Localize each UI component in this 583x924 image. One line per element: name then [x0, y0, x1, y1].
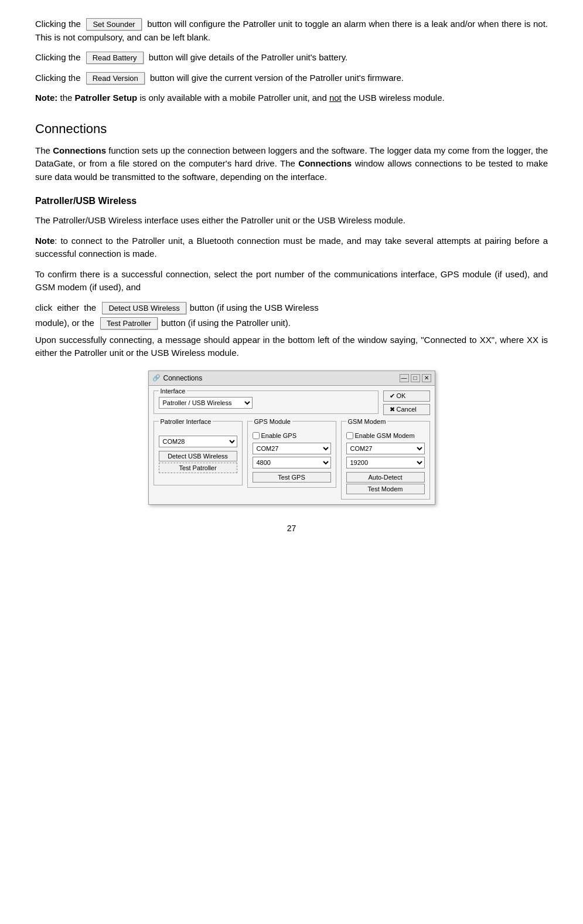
- patroller-setup-bold: Patroller Setup: [75, 93, 138, 103]
- gps-module-label: GPS Module: [253, 417, 292, 427]
- test-gps-button[interactable]: Test GPS: [253, 472, 331, 483]
- set-sounder-paragraph: Clicking the Set Sounder button will con…: [35, 18, 548, 44]
- enable-gps-checkbox[interactable]: [253, 432, 260, 439]
- test-modem-button[interactable]: Test Modem: [346, 484, 425, 494]
- ok-cancel-column: ✔ OK ✖ Cancel: [383, 390, 430, 415]
- read-battery-paragraph: Clicking the Read Battery button will gi…: [35, 51, 548, 64]
- enable-gsm-label: Enable GSM Modem: [355, 431, 415, 441]
- patroller-interface-group: Patroller Interface COM28 Detect USB Wir…: [154, 421, 243, 500]
- read-version-text-after: button will give the current version of …: [150, 73, 404, 83]
- not-text: not: [329, 93, 342, 103]
- connections-bold-1: Connections: [53, 145, 106, 155]
- dialog-titlebar-controls[interactable]: — □ ✕: [400, 374, 431, 382]
- patroller-interface-label: Patroller Interface: [159, 417, 213, 427]
- connections-title: Connections: [35, 119, 548, 138]
- read-version-paragraph: Clicking the Read Version button will gi…: [35, 72, 548, 85]
- dialog-titlebar-left: 🔗 Connections: [152, 373, 203, 383]
- enable-gps-label: Enable GPS: [261, 431, 297, 441]
- read-version-button[interactable]: Read Version: [86, 72, 145, 84]
- test-patroller-button[interactable]: Test Patroller: [100, 317, 158, 329]
- dialog-titlebar: 🔗 Connections — □ ✕: [149, 371, 435, 386]
- detect-usb-wireless-button[interactable]: Detect USB Wireless: [102, 302, 186, 314]
- connections-dialog-wrapper: 🔗 Connections — □ ✕ Interface Patroller …: [35, 371, 548, 505]
- test-patroller-line: module), or the Test Patroller button (i…: [35, 317, 548, 330]
- upon-successfully-paragraph: Upon successfully connecting, a message …: [35, 334, 548, 360]
- gsm-baud-select[interactable]: 19200: [346, 457, 425, 468]
- minimize-button[interactable]: —: [400, 374, 409, 382]
- read-battery-button[interactable]: Read Battery: [86, 52, 144, 64]
- connections-dialog: 🔗 Connections — □ ✕ Interface Patroller …: [148, 371, 435, 505]
- button-if-using-patroller: button (if using the Patroller unit).: [161, 317, 291, 330]
- gps-module-box: GPS Module Enable GPS COM27 4800 Test GP…: [247, 421, 336, 488]
- interface-ok-row: Interface Patroller / USB Wireless ✔ OK …: [154, 390, 430, 419]
- cancel-button[interactable]: ✖ Cancel: [383, 404, 430, 415]
- detect-usb-wireless-dialog-button[interactable]: Detect USB Wireless: [159, 451, 237, 461]
- button-section: click either the Detect USB Wireless but…: [35, 301, 548, 334]
- gps-com-select[interactable]: COM27: [253, 443, 331, 454]
- auto-detect-button[interactable]: Auto-Detect: [346, 472, 425, 483]
- patroller-interface-content: COM28 Detect USB Wireless Test Patroller: [159, 436, 237, 473]
- enable-gps-row: Enable GPS: [253, 431, 331, 441]
- dialog-icon: 🔗: [152, 373, 161, 383]
- button-if-using-usb: button (if using the USB Wireless: [190, 301, 319, 315]
- gsm-modem-box: GSM Modem Enable GSM Modem COM27 19200 A…: [341, 421, 430, 500]
- gsm-modem-label: GSM Modem: [346, 417, 388, 427]
- restore-button[interactable]: □: [411, 374, 420, 382]
- connections-description: The Connections function sets up the con…: [35, 144, 548, 184]
- test-patroller-dialog-button[interactable]: Test Patroller: [159, 463, 237, 473]
- enable-gsm-checkbox[interactable]: [346, 432, 353, 439]
- module-or-text: module), or the: [35, 317, 97, 330]
- note-bluetooth-label: Note: [35, 236, 54, 246]
- gps-module-group: GPS Module Enable GPS COM27 4800 Test GP…: [247, 421, 336, 500]
- detect-usb-line: click either the Detect USB Wireless but…: [35, 301, 548, 315]
- patroller-interface-box: Patroller Interface COM28 Detect USB Wir…: [154, 421, 243, 485]
- close-button[interactable]: ✕: [422, 374, 431, 382]
- confirm-connection-paragraph: To confirm there is a successful connect…: [35, 268, 548, 294]
- read-version-text-before: Clicking the: [35, 73, 81, 83]
- dialog-title: Connections: [163, 373, 203, 383]
- page-number: 27: [35, 522, 548, 535]
- interface-select[interactable]: Patroller / USB Wireless: [159, 397, 253, 409]
- note-bluetooth: Note: to connect to the Patroller unit, …: [35, 235, 548, 261]
- note-label: Note:: [35, 93, 57, 103]
- three-column-section: Patroller Interface COM28 Detect USB Wir…: [154, 421, 430, 500]
- note-patroller-setup: Note: the Patroller Setup is only availa…: [35, 91, 548, 105]
- interface-group: Interface Patroller / USB Wireless: [154, 390, 379, 414]
- gsm-modem-group: GSM Modem Enable GSM Modem COM27 19200 A…: [341, 421, 430, 500]
- dialog-body: Interface Patroller / USB Wireless ✔ OK …: [149, 386, 435, 505]
- interface-label: Interface: [159, 386, 187, 396]
- click-either-text: click either the: [35, 301, 98, 315]
- patroller-usb-title: Patroller/USB Wireless: [35, 194, 548, 208]
- set-sounder-text-before: Clicking the: [35, 19, 81, 29]
- patroller-usb-description: The Patroller/USB Wireless interface use…: [35, 214, 548, 227]
- enable-gsm-row: Enable GSM Modem: [346, 431, 425, 441]
- ok-button[interactable]: ✔ OK: [383, 390, 430, 402]
- patroller-com-select[interactable]: COM28: [159, 436, 237, 447]
- read-battery-text-before: Clicking the: [35, 52, 81, 62]
- gps-baud-select[interactable]: 4800: [253, 457, 331, 468]
- connections-bold-2: Connections: [298, 158, 352, 168]
- read-battery-text-after: button will give details of the Patrolle…: [149, 52, 347, 62]
- set-sounder-button[interactable]: Set Sounder: [86, 18, 141, 30]
- gsm-com-select[interactable]: COM27: [346, 443, 425, 454]
